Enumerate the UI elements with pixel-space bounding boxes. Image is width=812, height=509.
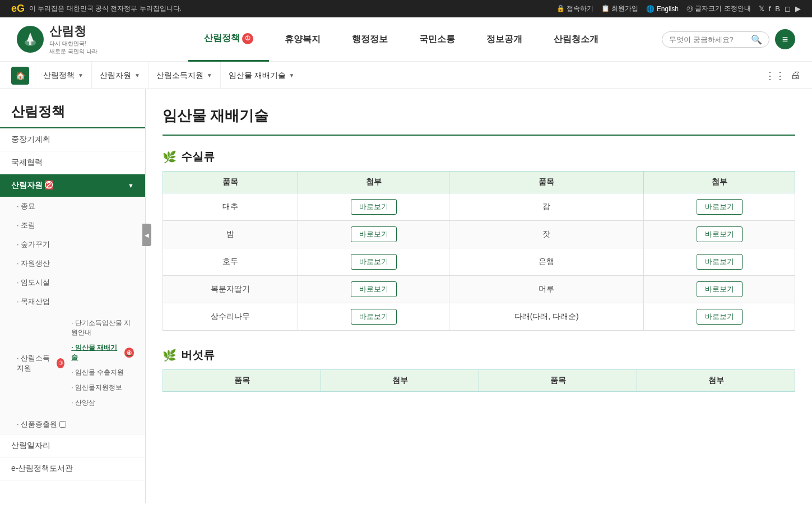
- view-button-2[interactable]: 바로보기: [697, 309, 743, 325]
- sidebar-label-long-term: 중장기계획: [11, 135, 50, 145]
- logo-emblem: [17, 26, 44, 53]
- item-cell-2: 감: [449, 193, 644, 221]
- sidebar-label-forest-resources: 산림자원 ②: [11, 181, 53, 191]
- attach-cell: 바로보기: [298, 193, 449, 221]
- breadcrumb-cultivation[interactable]: 임산물 재배기술 ▼: [220, 62, 303, 89]
- sidebar-subsub-export[interactable]: · 임산물 수출지원: [71, 365, 134, 380]
- share-button[interactable]: ⋮⋮: [765, 70, 785, 82]
- sidebar-subsub-support-info[interactable]: · 임산물지원정보: [71, 380, 134, 395]
- sidebar-sub-seeds[interactable]: · 종묘: [0, 197, 145, 216]
- sidebar-collapse-button[interactable]: ◀: [142, 224, 151, 246]
- chevron-down-icon-2: ▼: [134, 72, 140, 78]
- leaf-icon-nuts: 🌿: [163, 150, 177, 164]
- item-cell-2: 머루: [449, 276, 644, 303]
- nav-item-forest-policy[interactable]: 산림정책 ①: [188, 17, 269, 62]
- content-area: ◀ 산림정책 중장기계획 국제협력 산림자원 ② ▼: [0, 89, 812, 503]
- section-mushrooms-title: 🌿 버섯류: [163, 348, 795, 363]
- sidebar-label-forest-jobs: 산림일자리: [11, 441, 50, 451]
- link-english[interactable]: 🌐 English: [646, 5, 679, 13]
- breadcrumb-forest-policy[interactable]: 산림정책 ▼: [35, 62, 91, 89]
- sidebar-subsub-sanyangsam[interactable]: · 산양삼: [71, 395, 134, 410]
- sidebar-item-forest-resources[interactable]: 산림자원 ② ▼ · 종묘 · 조림 · 숲가꾸기 · 자원생산 · 임도시설 …: [0, 174, 145, 434]
- sidebar-sub-submenu-income: · 단기소득임산물 지원안내 · 임산물 재배기술 ④ · 임산물 수출지원 ·…: [67, 316, 134, 410]
- slogan: 다시 대한민국! 새로운 국민의 나라: [49, 40, 98, 55]
- breadcrumb-home[interactable]: 🏠: [11, 67, 29, 85]
- col-header-mush-item1: 품목: [163, 370, 321, 392]
- view-button-2[interactable]: 바로보기: [697, 226, 743, 242]
- breadcrumb-forest-resources[interactable]: 산림자원 ▼: [91, 62, 148, 89]
- sidebar-subsub-short-income[interactable]: · 단기소득임산물 지원안내: [71, 316, 134, 340]
- chevron-down-icon-3: ▼: [207, 72, 212, 78]
- sidebar-sub-resource-production[interactable]: · 자원생산: [0, 254, 145, 273]
- link-signup[interactable]: 📋 회원가입: [601, 4, 638, 13]
- link-access[interactable]: 🔒 접속하기: [556, 4, 593, 13]
- view-button-2[interactable]: 바로보기: [697, 254, 743, 270]
- chevron-down-icon-4: ▼: [289, 72, 295, 78]
- search-input[interactable]: [669, 35, 748, 44]
- view-button[interactable]: 바로보기: [351, 281, 397, 297]
- search-button[interactable]: 🔍: [751, 34, 762, 45]
- header: 산림청 다시 대한민국! 새로운 국민의 나라 산림정책 ① 휴양복지 행정정보…: [0, 17, 812, 62]
- sidebar-sub-timber[interactable]: · 목재산업: [0, 292, 145, 311]
- view-button-2[interactable]: 바로보기: [697, 281, 743, 297]
- logo-text: 산림청 다시 대한민국! 새로운 국민의 나라: [49, 23, 98, 55]
- breadcrumb-bar: 🏠 산림정책 ▼ 산림자원 ▼ 산림소득지원 ▼ 임산물 재배기술 ▼ ⋮⋮ 🖨: [0, 62, 812, 89]
- sidebar-item-intl-coop[interactable]: 국제협력: [0, 151, 145, 174]
- top-bar: eG 이 누리집은 대한민국 공식 전자정부 누리집입니다. 🔒 접속하기 📋 …: [0, 0, 812, 17]
- col-header-mush-attach1: 첨부: [321, 370, 479, 392]
- view-button[interactable]: 바로보기: [351, 309, 397, 325]
- facebook-icon[interactable]: f: [769, 4, 771, 13]
- col-header-item2: 품목: [449, 172, 644, 193]
- table-row: 상수리나무 바로보기 다래(다래, 다래순) 바로보기: [163, 303, 795, 331]
- view-button[interactable]: 바로보기: [351, 254, 397, 270]
- attach-cell: 바로보기: [298, 221, 449, 248]
- sidebar-label-intl: 국제협력: [11, 158, 43, 168]
- blog-icon[interactable]: B: [775, 4, 780, 13]
- sidebar-item-long-term-plan[interactable]: 중장기계획: [0, 128, 145, 151]
- view-button-2[interactable]: 바로보기: [697, 199, 743, 215]
- attach-cell: 바로보기: [298, 303, 449, 331]
- youtube-icon[interactable]: ▶: [795, 4, 801, 13]
- sidebar-sub-new-variety[interactable]: · 신품종출원: [0, 415, 145, 434]
- leaf-icon-mushrooms: 🌿: [163, 349, 177, 362]
- nav-item-disclosure[interactable]: 정보공개: [471, 17, 538, 62]
- new-variety-checkbox[interactable]: [59, 421, 66, 428]
- item-cell-2: 다래(다래, 다래순): [449, 303, 644, 331]
- nav-item-communication[interactable]: 국민소통: [403, 17, 471, 62]
- attach-cell: 바로보기: [298, 248, 449, 276]
- item-cell: 밤: [163, 221, 298, 248]
- sidebar-sub-planting[interactable]: · 조림: [0, 216, 145, 235]
- main-content: 임산물 재배기술 🌿 수실류 품목 첨부 품목 첨부 대추 바로보기 감: [146, 89, 812, 503]
- attach-cell-2: 바로보기: [644, 248, 795, 276]
- sidebar-item-forest-jobs[interactable]: 산림일자리: [0, 434, 145, 457]
- print-button[interactable]: 🖨: [791, 70, 801, 82]
- page-title: 임산물 재배기술: [163, 106, 795, 136]
- instagram-icon[interactable]: ◻: [785, 4, 791, 13]
- attach-cell-2: 바로보기: [644, 221, 795, 248]
- sidebar-sub-forest-road[interactable]: · 임도시설: [0, 273, 145, 292]
- sidebar-subsub-cultivation[interactable]: · 임산물 재배기술 ④: [71, 340, 134, 365]
- main-nav: 산림정책 ① 휴양복지 행정정보 국민소통 정보공개 산림청소개: [140, 17, 662, 62]
- col-header-attach1: 첨부: [298, 172, 449, 193]
- chevron-down-icon: ▼: [78, 72, 83, 78]
- view-button[interactable]: 바로보기: [351, 199, 397, 215]
- nav-item-about[interactable]: 산림청소개: [538, 17, 614, 62]
- link-font-size[interactable]: ㉮ 글자크기 조정안내: [686, 4, 751, 13]
- col-header-attach2: 첨부: [644, 172, 795, 193]
- nuts-table: 품목 첨부 품목 첨부 대추 바로보기 감 바로보기 밤 바로보기 잣: [163, 171, 795, 331]
- attach-cell-2: 바로보기: [644, 193, 795, 221]
- twitter-icon[interactable]: 𝕏: [759, 4, 764, 13]
- top-bar-right: 🔒 접속하기 📋 회원가입 🌐 English ㉮ 글자크기 조정안내 𝕏 f …: [556, 4, 801, 13]
- sidebar-sub-forest-care[interactable]: · 숲가꾸기: [0, 235, 145, 254]
- breadcrumb-forest-income[interactable]: 산림소득지원 ▼: [148, 62, 220, 89]
- sidebar-menu: 중장기계획 국제협력 산림자원 ② ▼ · 종묘 · 조림 ·: [0, 128, 145, 480]
- item-cell-2: 잣: [449, 221, 644, 248]
- sidebar-sub-income-support[interactable]: · 산림소득지원 ③ · 단기소득임산물 지원안내 · 임산물 재배기술 ④ ·…: [0, 311, 145, 415]
- nav-item-recreation[interactable]: 휴양복지: [269, 17, 336, 62]
- hamburger-menu-button[interactable]: ≡: [775, 29, 795, 49]
- nav-item-admin[interactable]: 행정정보: [336, 17, 403, 62]
- sidebar-title: 산림정책: [0, 89, 145, 128]
- sidebar: 산림정책 중장기계획 국제협력 산림자원 ② ▼: [0, 89, 146, 503]
- view-button[interactable]: 바로보기: [351, 226, 397, 242]
- sidebar-item-ebook[interactable]: e-산림정책도서관: [0, 457, 145, 480]
